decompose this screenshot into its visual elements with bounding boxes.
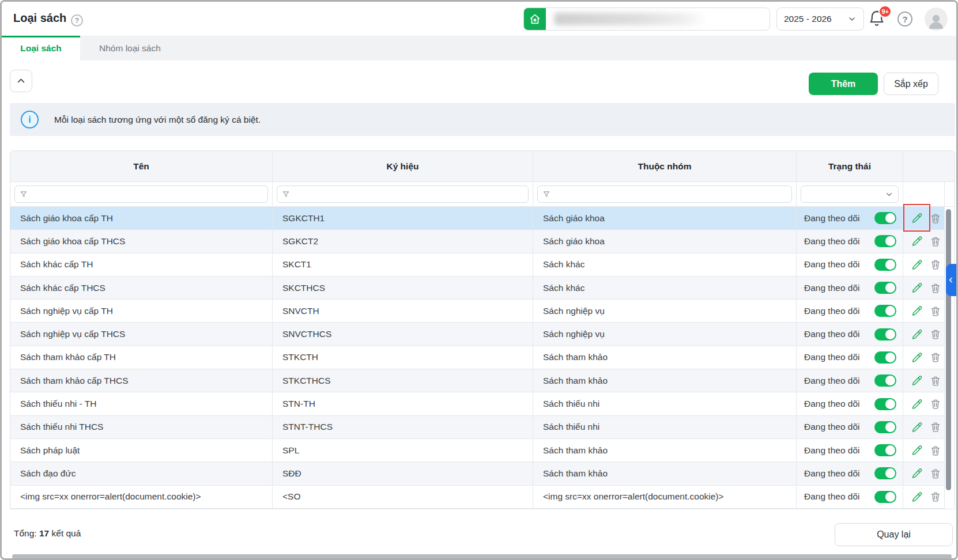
home-icon <box>529 13 541 25</box>
tab-nhom-loai-sach[interactable]: Nhóm loại sách <box>80 36 180 60</box>
status-label: Đang theo dõi <box>804 422 860 432</box>
edit-icon[interactable] <box>911 491 923 503</box>
cell-code: SNVCTHCS <box>273 323 533 346</box>
status-label: Đang theo dõi <box>804 213 860 224</box>
back-button[interactable]: Quay lại <box>835 523 953 546</box>
add-button[interactable]: Thêm <box>809 73 878 95</box>
status-toggle[interactable] <box>874 398 896 410</box>
cell-group: Sách tham khảo <box>533 439 797 462</box>
status-toggle[interactable] <box>874 491 896 503</box>
table-row[interactable]: Sách đạo đức SĐĐ Sách tham khảo Đang the… <box>10 462 955 485</box>
horizontal-scrollbar[interactable] <box>12 554 952 559</box>
cell-name: <img src=xx onerror=alert(document.cooki… <box>10 486 273 509</box>
help-icon[interactable]: ? <box>897 12 912 27</box>
filter-code-input[interactable] <box>293 190 523 199</box>
notifications-button[interactable]: 9+ <box>868 9 887 29</box>
cell-group: <img src=xx onerror=alert(document.cooki… <box>533 486 797 509</box>
school-year-select[interactable]: 2025 - 2026 <box>776 7 864 31</box>
table-row[interactable]: Sách tham khảo cấp THCS STKCTHCS Sách th… <box>10 369 955 392</box>
title-bar: Loại sách ? 2025 - 2026 <box>2 2 956 36</box>
edit-icon[interactable] <box>911 305 923 317</box>
chevron-down-icon <box>847 14 857 24</box>
status-toggle[interactable] <box>874 259 896 271</box>
panel-expand-handle[interactable] <box>946 264 956 296</box>
table-row[interactable]: Sách giáo khoa cấp THCS SGKCT2 Sách giáo… <box>10 230 955 253</box>
delete-icon[interactable] <box>930 375 941 387</box>
results-total: Tổng: 17 kết quả <box>14 528 81 539</box>
status-toggle[interactable] <box>874 374 896 387</box>
cell-code: SKCTHCS <box>273 277 533 300</box>
collapse-button[interactable] <box>10 70 32 92</box>
edit-icon[interactable] <box>911 282 923 294</box>
delete-icon[interactable] <box>930 351 941 363</box>
filter-status-select[interactable] <box>801 186 899 203</box>
status-toggle[interactable] <box>874 351 896 364</box>
cell-group: Sách khác <box>533 253 797 277</box>
status-toggle[interactable] <box>874 421 896 433</box>
table-row[interactable]: Sách thiếu nhi - TH STN-TH Sách thiếu nh… <box>10 392 955 415</box>
table-row[interactable]: Sách thiếu nhi THCS STNT-THCS Sách thiếu… <box>10 416 955 439</box>
table-row[interactable]: Sách khác cấp TH SKCT1 Sách khác Đang th… <box>10 253 955 277</box>
delete-icon[interactable] <box>930 259 941 270</box>
column-header-gutter <box>945 151 955 182</box>
table-row[interactable]: Sách tham khảo cấp TH STKCTH Sách tham k… <box>10 346 955 369</box>
table-header-row: Tên Ký hiệu Thuộc nhóm Trạng thái <box>10 151 955 182</box>
table-row[interactable]: <img src=xx onerror=alert(document.cooki… <box>10 486 955 509</box>
delete-icon[interactable] <box>930 491 941 502</box>
column-header-actions <box>903 151 945 182</box>
status-toggle[interactable] <box>874 282 896 294</box>
tab-loai-sach[interactable]: Loại sách <box>2 36 80 60</box>
status-toggle[interactable] <box>874 467 896 479</box>
table-row[interactable]: Sách giáo khoa cấp TH SGKCTH1 Sách giáo … <box>10 207 955 230</box>
table-row[interactable]: Sách khác cấp THCS SKCTHCS Sách khác Đan… <box>10 277 955 300</box>
delete-icon[interactable] <box>930 468 941 479</box>
cell-code: SĐĐ <box>273 462 533 485</box>
edit-icon[interactable] <box>911 212 923 224</box>
home-button[interactable] <box>524 8 546 30</box>
table-row[interactable]: Sách nghiệp vụ cấp TH SNVCTH Sách nghiệp… <box>10 300 955 323</box>
delete-icon[interactable] <box>930 421 941 433</box>
table-row[interactable]: Sách nghiệp vụ cấp THCS SNVCTHCS Sách ng… <box>10 323 955 346</box>
status-label: Đang theo dõi <box>804 352 860 362</box>
delete-icon[interactable] <box>930 398 941 410</box>
page-help-icon[interactable]: ? <box>71 14 83 27</box>
school-search-box[interactable] <box>523 7 770 31</box>
table-row[interactable]: Sách pháp luật SPL Sách tham khảo Đang t… <box>10 439 955 462</box>
status-label: Đang theo dõi <box>804 236 860 247</box>
edit-icon[interactable] <box>911 398 923 410</box>
cell-code: SGKCTH1 <box>273 207 533 230</box>
cell-group: Sách nghiệp vụ <box>533 323 797 346</box>
status-toggle[interactable] <box>874 444 896 456</box>
avatar[interactable] <box>925 7 948 31</box>
edit-icon[interactable] <box>911 421 923 433</box>
delete-icon[interactable] <box>930 282 941 294</box>
delete-icon[interactable] <box>930 328 941 340</box>
edit-icon[interactable] <box>911 444 923 456</box>
delete-icon[interactable] <box>930 445 941 456</box>
vertical-scrollbar[interactable] <box>946 209 951 490</box>
cell-group: Sách giáo khoa <box>533 230 797 253</box>
redacted-school-name <box>554 13 707 25</box>
sort-button[interactable]: Sắp xếp <box>884 73 938 95</box>
cell-name: Sách khác cấp TH <box>10 253 273 277</box>
edit-icon[interactable] <box>911 467 923 479</box>
status-toggle[interactable] <box>874 305 896 317</box>
cell-group: Sách thiếu nhi <box>533 392 797 415</box>
delete-icon[interactable] <box>930 213 941 224</box>
edit-icon[interactable] <box>911 374 923 387</box>
status-toggle[interactable] <box>874 212 896 224</box>
status-toggle[interactable] <box>874 328 896 340</box>
delete-icon[interactable] <box>930 305 941 317</box>
cell-name: Sách khác cấp THCS <box>10 277 273 300</box>
total-label: Tổng: <box>14 528 37 538</box>
tab-bar: Loại sách Nhóm loại sách <box>2 36 956 60</box>
status-toggle[interactable] <box>874 235 896 247</box>
filter-group-input[interactable] <box>554 190 787 199</box>
edit-icon[interactable] <box>911 259 923 271</box>
filter-name-input[interactable] <box>31 190 263 199</box>
edit-icon[interactable] <box>911 351 923 364</box>
tab-label: Nhóm loại sách <box>99 43 161 54</box>
delete-icon[interactable] <box>930 236 941 247</box>
edit-icon[interactable] <box>911 328 923 340</box>
edit-icon[interactable] <box>911 235 923 247</box>
